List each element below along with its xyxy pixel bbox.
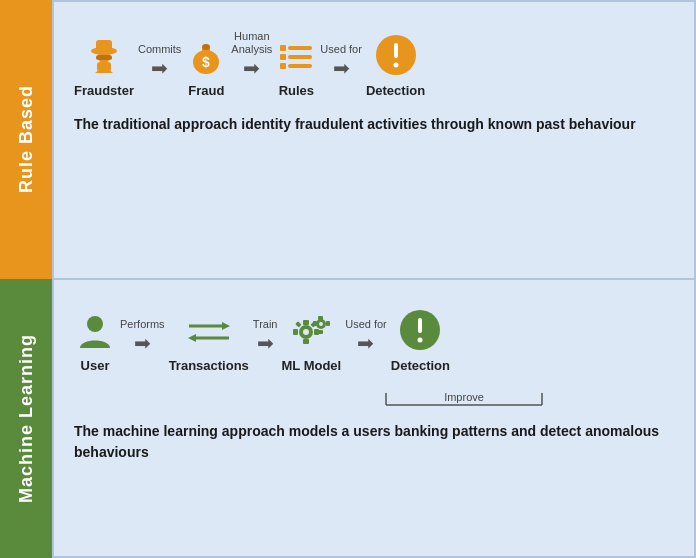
commits-arrow-icon: ➡ (151, 58, 168, 78)
rules-item: Rules (276, 37, 316, 98)
commits-label: Commits (138, 43, 181, 56)
sidebar-ml: Machine Learning (0, 279, 52, 558)
fraud-item: $ Fraud (185, 35, 227, 98)
svg-rect-3 (96, 55, 112, 60)
svg-rect-9 (280, 45, 286, 51)
fraud-icon: $ (185, 35, 227, 81)
detection-rb-label: Detection (366, 83, 425, 98)
sidebar: Rule Based Machine Learning (0, 0, 52, 558)
svg-rect-26 (303, 339, 309, 344)
svg-marker-22 (188, 334, 196, 342)
user-item: User (74, 310, 116, 373)
svg-point-32 (319, 322, 323, 326)
human-analysis-arrow-container: HumanAnalysis ➡ (231, 30, 272, 98)
svg-rect-16 (394, 43, 398, 58)
svg-rect-27 (293, 329, 298, 335)
svg-rect-12 (288, 55, 312, 59)
svg-rect-34 (318, 330, 323, 334)
svg-point-18 (87, 316, 103, 332)
svg-text:$: $ (202, 54, 210, 70)
performs-arrow-container: Performs ➡ (120, 318, 165, 373)
transactions-item: Transactions (169, 312, 249, 373)
used-for-arrow-icon-rb: ➡ (333, 58, 350, 78)
mlmodel-label: ML Model (281, 358, 341, 373)
mlmodel-icon (288, 310, 334, 356)
human-analysis-arrow-icon: ➡ (243, 58, 260, 78)
main-content: Fraudster Commits ➡ $ (52, 0, 696, 558)
svg-rect-14 (288, 64, 312, 68)
detection-ml-item: Detection (391, 308, 450, 373)
svg-rect-25 (303, 320, 309, 325)
rules-label: Rules (279, 83, 314, 98)
used-for-arrow-container-rb: Used for ➡ (320, 43, 362, 98)
svg-point-17 (393, 63, 398, 68)
svg-point-7 (202, 44, 210, 50)
used-for-arrow-container-ml: Used for ➡ (345, 318, 387, 373)
svg-text:Improve: Improve (444, 391, 484, 403)
used-for-label-ml: Used for (345, 318, 387, 331)
svg-marker-20 (222, 322, 230, 330)
fraudster-icon (83, 35, 125, 81)
detection-ml-icon (398, 308, 442, 356)
svg-rect-4 (97, 62, 111, 72)
ml-flow: User Performs ➡ (74, 298, 674, 373)
rule-based-label: Rule Based (16, 85, 37, 193)
ml-section: User Performs ➡ (54, 280, 694, 556)
svg-rect-11 (280, 54, 286, 60)
mlmodel-item: ML Model (281, 310, 341, 373)
fraud-label: Fraud (188, 83, 224, 98)
used-for-arrow-icon-ml: ➡ (357, 333, 374, 353)
used-for-label-rb: Used for (320, 43, 362, 56)
ml-label: Machine Learning (16, 334, 37, 503)
transactions-label: Transactions (169, 358, 249, 373)
improve-bracket-svg: Improve (384, 389, 544, 413)
svg-rect-10 (288, 46, 312, 50)
detection-rb-icon (374, 33, 418, 81)
fraudster-label: Fraudster (74, 83, 134, 98)
svg-rect-13 (280, 63, 286, 69)
sidebar-rule-based: Rule Based (0, 0, 52, 279)
rules-icon (276, 37, 316, 81)
detection-rb-item: Detection (366, 33, 425, 98)
svg-point-39 (418, 338, 423, 343)
rule-based-flow: Fraudster Commits ➡ $ (74, 20, 674, 98)
svg-rect-29 (295, 321, 301, 327)
transactions-icon (184, 312, 234, 356)
user-icon (74, 310, 116, 356)
svg-rect-1 (96, 40, 112, 52)
user-label: User (81, 358, 110, 373)
train-arrow-icon: ➡ (257, 333, 274, 353)
svg-rect-33 (318, 316, 323, 320)
human-analysis-label1: HumanAnalysis (231, 30, 272, 56)
svg-rect-38 (418, 318, 422, 333)
train-arrow-container: Train ➡ (253, 318, 278, 373)
svg-rect-35 (313, 321, 317, 326)
commits-arrow-container: Commits ➡ (138, 43, 181, 98)
train-label: Train (253, 318, 278, 331)
performs-label: Performs (120, 318, 165, 331)
performs-arrow-icon: ➡ (134, 333, 151, 353)
svg-rect-36 (326, 321, 330, 326)
rule-based-description: The traditional approach identity fraudu… (74, 114, 674, 135)
fraudster-item: Fraudster (74, 35, 134, 98)
ml-description: The machine learning approach models a u… (74, 421, 674, 463)
detection-ml-label: Detection (391, 358, 450, 373)
rule-based-section: Fraudster Commits ➡ $ (54, 2, 694, 280)
improve-container: Improve (384, 389, 674, 413)
svg-point-24 (303, 329, 309, 335)
